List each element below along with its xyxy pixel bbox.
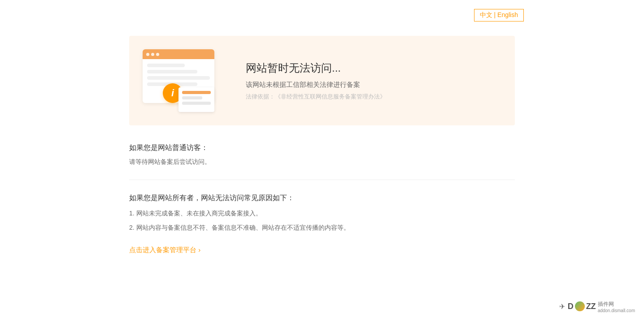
section-divider xyxy=(129,180,515,180)
small-card-line-1 xyxy=(182,91,211,94)
browser-illustration: i xyxy=(138,49,228,112)
owner-section: 如果您是网站所有者，网站无法访问常见原因如下： 1. 网站未完成备案、未在接入商… xyxy=(129,193,515,254)
card-subtitle: 该网站未根据工信部相关法律进行备案 xyxy=(246,81,501,89)
list-item-1: 1. 网站未完成备案、未在接入商完成备案接入。 xyxy=(129,208,515,219)
visitor-section-title: 如果您是网站普通访客： xyxy=(129,143,515,153)
browser-line-1 xyxy=(147,64,185,67)
browser-titlebar xyxy=(143,49,214,59)
visitor-section: 如果您是网站普通访客： 请等待网站备案后尝试访问。 xyxy=(129,143,515,166)
card-law: 法律依据：《非经营性互联网信息服务备案管理办法》 xyxy=(246,93,501,101)
card-text: 网站暂时无法访问... 该网站未根据工信部相关法律进行备案 法律依据：《非经营性… xyxy=(246,61,501,101)
watermark-sub: addon.dismall.com xyxy=(598,308,635,313)
browser-dot-1 xyxy=(146,53,149,56)
list-item-2: 2. 网站内容与备案信息不符、备案信息不准确、网站存在不适宜传播的内容等。 xyxy=(129,223,515,233)
watermark: ✈ D ZZ 插件网 addon.dismall.com xyxy=(559,300,635,313)
lang-switcher[interactable]: 中文 | English xyxy=(474,9,524,21)
owner-section-list: 1. 网站未完成备案、未在接入商完成备案接入。 2. 网站内容与备案信息不符、备… xyxy=(129,208,515,233)
browser-line-3 xyxy=(147,76,210,80)
visitor-section-desc: 请等待网站备案后尝试访问。 xyxy=(129,158,515,166)
watermark-text-block: 插件网 addon.dismall.com xyxy=(598,300,635,313)
small-card xyxy=(178,87,214,112)
small-card-line-2 xyxy=(182,96,202,99)
law-text: 《非经营性互联网信息服务备案管理办法》 xyxy=(275,93,386,100)
page-wrapper: 中文 | English i xyxy=(120,0,524,295)
watermark-zz: ZZ xyxy=(586,302,596,311)
watermark-logo: D ZZ xyxy=(568,301,596,311)
wing-icon: ✈ xyxy=(559,302,565,311)
browser-dot-3 xyxy=(156,53,159,56)
browser-dot-2 xyxy=(151,53,154,56)
card-title: 网站暂时无法访问... xyxy=(246,61,501,75)
watermark-circle xyxy=(575,301,585,311)
owner-section-title: 如果您是网站所有者，网站无法访问常见原因如下： xyxy=(129,193,515,203)
watermark-d: D xyxy=(568,302,574,311)
cta-link[interactable]: 点击进入备案管理平台 › xyxy=(129,246,200,254)
small-card-line-3 xyxy=(182,102,211,105)
watermark-plugin: 插件网 xyxy=(598,301,614,307)
top-card: i 网站暂时无法访问... 该网站未根据工信部相关法律进行备案 法律依据：《非经… xyxy=(129,36,515,125)
browser-line-2 xyxy=(147,70,197,73)
law-prefix: 法律依据： xyxy=(246,93,275,100)
